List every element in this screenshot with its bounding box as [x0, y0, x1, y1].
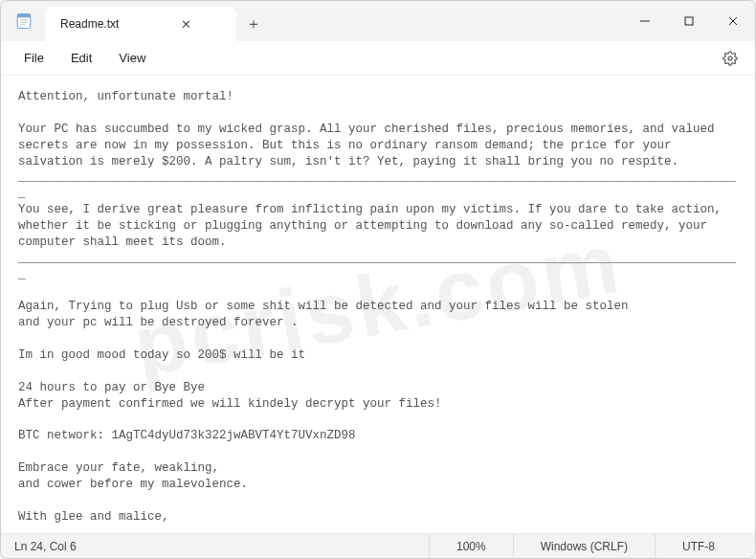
svg-rect-1	[17, 14, 31, 18]
statusbar: Ln 24, Col 6 100% Windows (CRLF) UTF-8	[1, 533, 755, 558]
menu-file[interactable]: File	[12, 47, 56, 69]
titlebar-spacer	[271, 1, 623, 41]
menu-edit[interactable]: Edit	[59, 47, 103, 69]
status-position: Ln 24, Col 6	[14, 540, 429, 553]
svg-rect-6	[685, 17, 693, 25]
close-icon	[728, 16, 738, 26]
tab-title: Readme.txt	[60, 17, 119, 31]
titlebar: Readme.txt ✕ ＋	[1, 1, 755, 41]
maximize-icon	[684, 16, 694, 26]
menubar: File Edit View	[1, 41, 755, 76]
status-line-ending[interactable]: Windows (CRLF)	[513, 534, 655, 558]
menu-view[interactable]: View	[107, 47, 157, 69]
document-tab[interactable]: Readme.txt ✕	[45, 7, 236, 41]
minimize-button[interactable]	[623, 1, 667, 41]
gear-icon	[723, 51, 738, 66]
status-zoom[interactable]: 100%	[429, 534, 513, 558]
app-icon-container	[1, 1, 47, 41]
status-encoding[interactable]: UTF-8	[655, 534, 742, 558]
close-button[interactable]	[711, 1, 755, 41]
tab-close-button[interactable]: ✕	[176, 14, 195, 34]
notepad-icon	[15, 12, 33, 30]
document-text[interactable]: Attention, unfortunate mortal! Your PC h…	[18, 89, 738, 533]
notepad-window: Readme.txt ✕ ＋ File Edit View	[0, 0, 756, 559]
maximize-button[interactable]	[667, 1, 711, 41]
settings-button[interactable]	[717, 45, 744, 72]
window-controls	[623, 1, 755, 41]
minimize-icon	[640, 16, 650, 26]
svg-point-9	[728, 56, 732, 60]
editor-area[interactable]: pcrisk.com Attention, unfortunate mortal…	[1, 76, 755, 533]
new-tab-button[interactable]: ＋	[236, 7, 271, 41]
